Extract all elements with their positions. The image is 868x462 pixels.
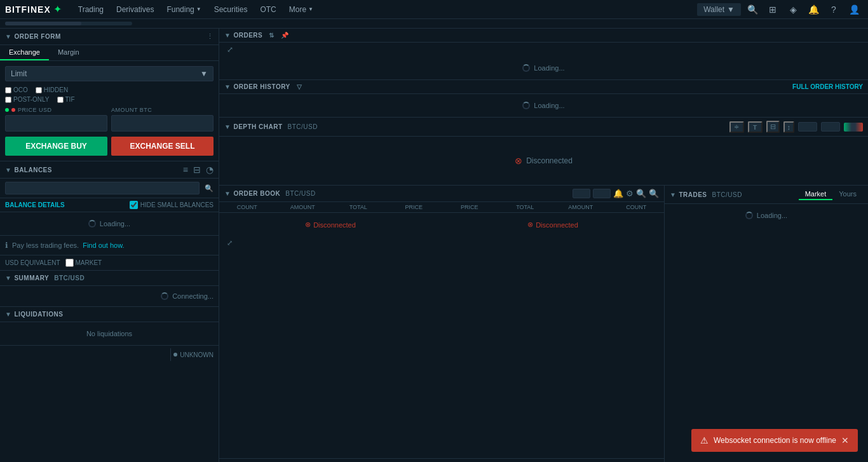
ob-expand-icon[interactable]: ⤢ (224, 236, 235, 249)
tif-checkbox[interactable]: TIF (57, 96, 75, 103)
order-history-filter-icon[interactable]: ▽ (297, 83, 302, 90)
logo[interactable]: BITFINEX ✦ (5, 3, 62, 15)
depth-chart-header: ▼ DEPTH CHART BTC/USD ⫩ ⫪ ⊟ ↕ 0. .00 (219, 118, 868, 137)
price-input[interactable] (5, 115, 107, 132)
orders-pin-icon[interactable]: 📌 (281, 32, 289, 39)
tab-exchange[interactable]: Exchange (0, 45, 49, 60)
find-out-link[interactable]: Find out how. (83, 241, 124, 249)
oco-checkbox[interactable]: OCO (5, 86, 28, 93)
order-form-actions: ⋮ (207, 32, 214, 41)
search-icon[interactable]: 🔍 (743, 1, 761, 18)
equivalent-row: USD EQUIVALENT MARKET (0, 255, 219, 270)
depth-btn1[interactable]: ⫩ (729, 121, 744, 133)
nav-funding[interactable]: Funding ▼ (160, 0, 207, 19)
ob-col-total-ask: TOTAL (498, 204, 553, 210)
depth-input1[interactable]: 0. (798, 122, 817, 132)
ob-footer: FULL BOOK | UNKNOWN (219, 458, 664, 462)
nav-trading[interactable]: Trading (72, 0, 110, 19)
balances-chevron-icon: ▼ (5, 166, 11, 173)
summary-connecting: Connecting... (0, 286, 219, 306)
order-form-menu-icon[interactable]: ⋮ (207, 32, 214, 41)
exchange-sell-button[interactable]: Exchange Sell (111, 137, 214, 156)
balances-grid-icon[interactable]: ⊟ (193, 165, 201, 175)
notification-close-button[interactable]: ✕ (841, 435, 849, 445)
price-amount-row: PRICE USD AMOUNT BTC (5, 107, 214, 132)
market-checkbox[interactable]: MARKET (65, 259, 102, 267)
trades-spinner (745, 212, 753, 219)
depth-input2[interactable]: .00 (821, 122, 840, 132)
depth-chevron-icon: ▼ (224, 123, 231, 130)
info-bar: ℹ Pay less trading fees. Find out how. (0, 235, 219, 255)
order-type-dropdown[interactable]: Limit ▼ (5, 66, 214, 81)
amount-input[interactable] (111, 115, 214, 132)
nav-right: Wallet ▼ 🔍 ⊞ ◈ 🔔 ? 👤 (697, 1, 863, 18)
liquidations-header: ▼ LIQUIDATIONS (0, 307, 219, 322)
info-icon: ℹ (5, 241, 8, 250)
summary-chevron-icon: ▼ (5, 275, 11, 282)
more-chevron-icon: ▼ (308, 6, 313, 12)
depth-chart-controls: ⫩ ⫪ ⊟ ↕ 0. .00 (729, 121, 864, 133)
depth-btn3[interactable]: ⊟ (766, 121, 780, 133)
ob-col-amount-bid: AMOUNT (275, 204, 331, 210)
order-form-body: Limit ▼ OCO HIDDEN POST- (0, 61, 219, 161)
balances-pie-icon[interactable]: ◔ (206, 165, 214, 175)
nav-more[interactable]: More ▼ (283, 0, 320, 19)
user-icon[interactable]: 👤 (845, 1, 863, 18)
orders-filter-icon[interactable]: ⇅ (269, 32, 275, 39)
trades-tabs: Market Yours (799, 189, 863, 200)
ob-col-amount-ask: AMOUNT (553, 204, 609, 210)
grid-icon[interactable]: ⊞ (764, 1, 782, 18)
orders-section: ▼ ORDERS ⇅ 📌 ⤢ Loading... (219, 29, 868, 80)
liquidations-title: ▼ LIQUIDATIONS (5, 311, 63, 318)
nav-securities[interactable]: Securities (208, 0, 254, 19)
depth-gradient-bar (844, 123, 863, 132)
balances-search-input[interactable] (5, 182, 200, 194)
ob-input2[interactable]: .00 (593, 189, 611, 198)
order-book-header: ▼ ORDER BOOK BTC/USD 0. .00 🔔 ⚙ 🔍 🔍 (219, 186, 664, 202)
full-order-history-link[interactable]: FULL ORDER HISTORY (792, 83, 863, 90)
trades-loading: Loading... (665, 204, 868, 227)
ob-input1[interactable]: 0. (573, 189, 590, 198)
depth-btn4[interactable]: ↕ (783, 121, 795, 133)
trades-tab-yours[interactable]: Yours (832, 189, 863, 200)
orders-header: ▼ ORDERS ⇅ 📌 (219, 29, 868, 43)
summary-header: ▼ SUMMARY BTC/USD (0, 271, 219, 286)
wallet-button[interactable]: Wallet ▼ (697, 3, 741, 16)
depth-btn2[interactable]: ⫪ (748, 121, 763, 133)
balances-loading: Loading... (0, 212, 219, 235)
balance-details-link[interactable]: BALANCE DETAILS (5, 201, 65, 208)
summary-section: ▼ SUMMARY BTC/USD Connecting... (0, 270, 219, 306)
order-form-title: ▼ ORDER FORM (5, 33, 61, 40)
ob-bid-disconnect-icon: ⊗ (305, 221, 311, 229)
order-history-title: ▼ ORDER HISTORY ▽ (224, 83, 302, 90)
order-history-chevron-icon: ▼ (224, 83, 231, 90)
tag-icon[interactable]: ◈ (784, 1, 802, 18)
ob-zoom-in-icon[interactable]: 🔍 (636, 189, 646, 198)
bell-icon[interactable]: 🔔 (804, 1, 822, 18)
left-panel: ▼ ORDER FORM ⋮ Exchange Margin Limit ▼ (0, 29, 219, 462)
post-only-checkbox[interactable]: POST-ONLY (5, 96, 50, 103)
hidden-checkbox[interactable]: HIDDEN (36, 86, 68, 93)
tab-margin[interactable]: Margin (49, 45, 88, 60)
trades-chevron-icon: ▼ (670, 191, 676, 198)
ob-ask-disconnected: ⊗ Disconnected (442, 213, 664, 236)
ob-zoom-out-icon[interactable]: 🔍 (649, 189, 659, 198)
balances-list-icon[interactable]: ≡ (183, 165, 188, 175)
liquidations-unknown: UNKNOWN (0, 345, 219, 363)
exchange-buy-button[interactable]: Exchange Buy (5, 137, 107, 156)
orders-expand-icon[interactable]: ⤢ (224, 43, 236, 57)
trades-header: ▼ TRADES BTC/USD Market Yours (665, 186, 868, 204)
nav-otc[interactable]: OTC (254, 0, 282, 19)
trades-tab-market[interactable]: Market (799, 189, 833, 200)
help-icon[interactable]: ? (825, 1, 843, 18)
ob-bell-icon[interactable]: 🔔 (613, 189, 623, 198)
order-book-panel: ▼ ORDER BOOK BTC/USD 0. .00 🔔 ⚙ 🔍 🔍 (219, 186, 665, 462)
balances-header: ▼ BALANCES ≡ ⊟ ◔ (0, 161, 219, 179)
hide-small-balances[interactable]: HIDE SMALL BALANCES (130, 201, 214, 209)
price-green-dot (5, 108, 9, 112)
order-form-tabs: Exchange Margin (0, 45, 219, 61)
order-buttons: Exchange Buy Exchange Sell (5, 137, 214, 156)
order-form-section: ▼ ORDER FORM ⋮ Exchange Margin Limit ▼ (0, 29, 219, 161)
nav-derivatives[interactable]: Derivatives (110, 0, 160, 19)
ob-settings-icon[interactable]: ⚙ (626, 189, 634, 198)
